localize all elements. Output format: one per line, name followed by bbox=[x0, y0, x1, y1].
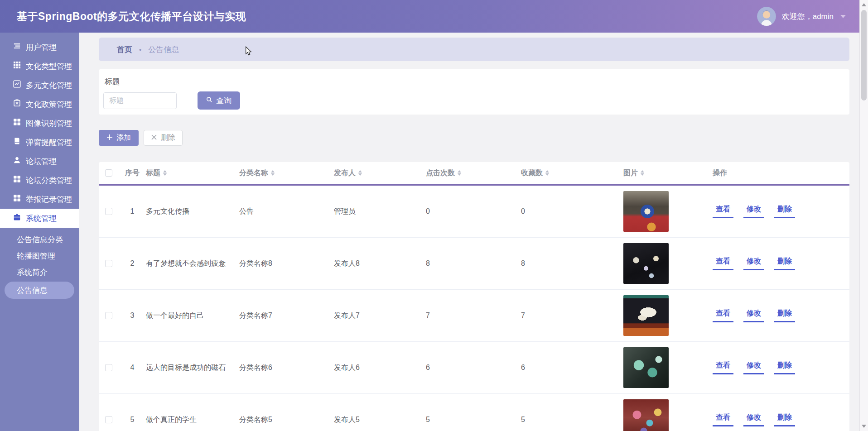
cell-publisher: 发布人6 bbox=[334, 363, 426, 373]
sidebar-item-label: 弹窗提醒管理 bbox=[26, 137, 72, 148]
sort-icon[interactable] bbox=[358, 170, 362, 176]
sidebar-item-6[interactable]: 论坛管理 bbox=[0, 152, 79, 171]
sidebar-item-0[interactable]: 用户管理 bbox=[0, 38, 79, 57]
sidebar-item-3[interactable]: 文化政策管理 bbox=[0, 95, 79, 114]
breadcrumb-separator: • bbox=[139, 46, 141, 53]
row-checkbox[interactable] bbox=[105, 364, 112, 371]
table-row: 1多元文化传播公告管理员00查看修改删除 bbox=[99, 186, 849, 238]
view-link[interactable]: 查看 bbox=[713, 257, 733, 270]
sidebar-subitem-3[interactable]: 公告信息 bbox=[5, 282, 74, 299]
grid4-icon bbox=[13, 175, 21, 185]
sidebar-subitem-1[interactable]: 轮播图管理 bbox=[0, 248, 79, 264]
x-icon bbox=[151, 134, 157, 142]
delete-link[interactable]: 删除 bbox=[774, 361, 795, 374]
title-search-input[interactable] bbox=[103, 92, 177, 109]
announcement-image[interactable] bbox=[623, 295, 669, 336]
delete-link[interactable]: 删除 bbox=[774, 257, 795, 270]
cell-publisher: 管理员 bbox=[334, 207, 426, 216]
scroll-up-icon[interactable] bbox=[862, 3, 866, 6]
sidebar-subitem-0[interactable]: 公告信息分类 bbox=[0, 231, 79, 248]
sort-icon[interactable] bbox=[641, 170, 644, 176]
view-link[interactable]: 查看 bbox=[713, 413, 733, 426]
cell-actions: 查看修改删除 bbox=[713, 257, 849, 270]
cell-clicks: 5 bbox=[426, 416, 521, 424]
sort-icon[interactable] bbox=[271, 170, 275, 176]
sidebar-item-1[interactable]: 文化类型管理 bbox=[0, 57, 79, 76]
main-content: 首页 • 公告信息 标题 查询 添加 删除 序号标题分类名称发布人点击次数收藏数… bbox=[79, 33, 859, 431]
chevron-down-icon bbox=[840, 15, 846, 18]
sidebar-subitem-2[interactable]: 系统简介 bbox=[0, 264, 79, 280]
sidebar-item-8[interactable]: 举报记录管理 bbox=[0, 190, 79, 209]
cell-category: 公告 bbox=[239, 207, 334, 216]
edit-link[interactable]: 修改 bbox=[743, 361, 764, 374]
cell-favorites: 5 bbox=[521, 416, 623, 424]
column-header-2[interactable]: 分类名称 bbox=[239, 168, 334, 178]
breadcrumb-home[interactable]: 首页 bbox=[117, 44, 132, 55]
sort-icon[interactable] bbox=[545, 170, 549, 176]
announcement-image[interactable] bbox=[623, 243, 669, 284]
cell-favorites: 7 bbox=[521, 311, 623, 320]
user-menu[interactable]: 欢迎您，admin bbox=[757, 7, 846, 26]
sidebar-item-9[interactable]: 系统管理 bbox=[0, 209, 79, 228]
announcement-image[interactable] bbox=[623, 399, 669, 431]
search-button[interactable]: 查询 bbox=[198, 91, 240, 110]
cell-index: 3 bbox=[119, 311, 146, 320]
sidebar-item-label: 系统管理 bbox=[26, 213, 57, 224]
cell-clicks: 8 bbox=[426, 259, 521, 268]
row-checkbox[interactable] bbox=[105, 208, 112, 215]
view-link[interactable]: 查看 bbox=[713, 309, 733, 322]
announcement-image[interactable] bbox=[623, 347, 669, 388]
cell-title: 做个真正的学生 bbox=[146, 415, 239, 425]
sidebar-item-7[interactable]: 论坛分类管理 bbox=[0, 171, 79, 190]
view-link[interactable]: 查看 bbox=[713, 205, 733, 218]
search-label: 标题 bbox=[105, 77, 840, 87]
edit-link[interactable]: 修改 bbox=[743, 309, 764, 322]
announcement-table: 序号标题分类名称发布人点击次数收藏数图片操作 1多元文化传播公告管理员00查看修… bbox=[99, 162, 849, 431]
delete-link[interactable]: 删除 bbox=[774, 309, 795, 322]
book-icon bbox=[13, 137, 21, 147]
sidebar-submenu: 公告信息分类轮播图管理系统简介公告信息 bbox=[0, 228, 79, 299]
column-header-4[interactable]: 点击次数 bbox=[426, 168, 521, 178]
edit-link[interactable]: 修改 bbox=[743, 257, 764, 270]
cell-title: 远大的目标是成功的磁石 bbox=[146, 363, 239, 373]
sidebar-item-5[interactable]: 弹窗提醒管理 bbox=[0, 133, 79, 152]
cell-actions: 查看修改删除 bbox=[713, 361, 849, 374]
cell-publisher: 发布人5 bbox=[334, 415, 426, 425]
cell-actions: 查看修改删除 bbox=[713, 205, 849, 218]
cell-index: 1 bbox=[119, 207, 146, 216]
select-all-checkbox[interactable] bbox=[105, 169, 112, 177]
scrollbar-thumb[interactable] bbox=[861, 10, 867, 101]
sort-icon[interactable] bbox=[163, 170, 167, 176]
delete-link[interactable]: 删除 bbox=[774, 205, 795, 218]
column-header-1[interactable]: 标题 bbox=[146, 168, 239, 178]
edit-link[interactable]: 修改 bbox=[743, 413, 764, 426]
search-icon bbox=[206, 96, 212, 105]
edit-link[interactable]: 修改 bbox=[743, 205, 764, 218]
row-checkbox[interactable] bbox=[105, 312, 112, 319]
breadcrumb-current: 公告信息 bbox=[148, 44, 179, 55]
table-row: 3做一个最好的自己分类名称7发布人777查看修改删除 bbox=[99, 290, 849, 342]
scrollbar[interactable] bbox=[859, 0, 868, 431]
sort-icon[interactable] bbox=[458, 170, 461, 176]
sidebar-item-4[interactable]: 图像识别管理 bbox=[0, 114, 79, 133]
column-header-5[interactable]: 收藏数 bbox=[521, 168, 623, 178]
delete-button[interactable]: 删除 bbox=[144, 130, 183, 146]
column-header-3[interactable]: 发布人 bbox=[334, 168, 426, 178]
delete-link[interactable]: 删除 bbox=[774, 413, 795, 426]
grid4-icon bbox=[13, 194, 21, 204]
sidebar-subitem-label: 公告信息分类 bbox=[17, 235, 63, 245]
view-link[interactable]: 查看 bbox=[713, 361, 733, 374]
sidebar-item-2[interactable]: 多元文化管理 bbox=[0, 76, 79, 95]
briefcase-icon bbox=[13, 213, 21, 223]
sidebar-item-label: 论坛管理 bbox=[26, 156, 57, 167]
column-header-6[interactable]: 图片 bbox=[623, 168, 713, 178]
scroll-down-icon[interactable] bbox=[862, 425, 866, 428]
add-button[interactable]: 添加 bbox=[99, 130, 139, 146]
row-checkbox[interactable] bbox=[105, 416, 112, 423]
announcement-image[interactable] bbox=[623, 191, 669, 232]
table-row: 5做个真正的学生分类名称5发布人555查看修改删除 bbox=[99, 394, 849, 431]
row-checkbox[interactable] bbox=[105, 260, 112, 267]
sidebar-item-label: 文化类型管理 bbox=[26, 61, 72, 72]
list-icon bbox=[13, 42, 21, 52]
avatar bbox=[757, 7, 776, 26]
